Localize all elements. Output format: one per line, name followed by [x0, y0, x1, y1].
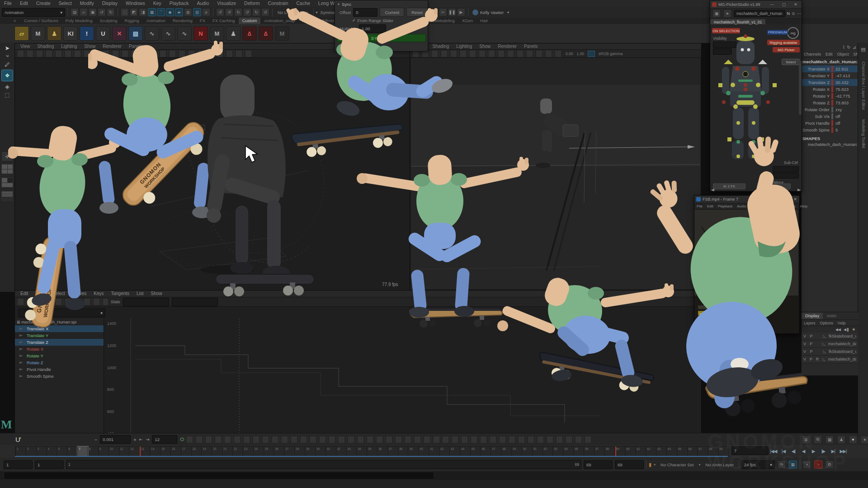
timeline-frame[interactable]: 38 [398, 446, 409, 456]
timeline-frame[interactable]: 33 [346, 446, 357, 456]
timeline-frame[interactable]: 18 [191, 446, 202, 456]
channel-value[interactable]: zxy [833, 107, 858, 112]
history-rotate-icon[interactable]: ↺ [243, 8, 251, 16]
timeline-frame[interactable]: 16 [170, 446, 181, 456]
viewport-menu-item[interactable]: Show [476, 43, 494, 49]
menu-item[interactable]: Display [98, 0, 122, 7]
channel-label[interactable]: Sub Vis [802, 114, 831, 119]
open-scene-icon[interactable]: ▱ [80, 8, 88, 16]
timeline-frame[interactable]: 45 [470, 446, 481, 456]
stats-field-1[interactable] [123, 298, 169, 306]
anim-start-field[interactable]: 1 [4, 460, 33, 469]
graph-icon[interactable]: ⊿ [853, 45, 856, 50]
shelf-tab[interactable]: Animation [143, 18, 169, 24]
lock-icon[interactable]: ⌀ [202, 8, 210, 16]
picker-more-icon[interactable]: ⋯ [797, 11, 801, 16]
menu-item[interactable]: Windows [122, 0, 149, 7]
shelf-tab[interactable]: FX [196, 18, 209, 24]
timeline-frame[interactable]: 14 [150, 446, 160, 456]
timeline-frame[interactable]: 42 [439, 446, 450, 456]
shelf-icon-person[interactable]: ♟ [226, 26, 241, 41]
shelf-icon-m2[interactable]: M [210, 26, 224, 41]
animbot-toolbar[interactable] [187, 436, 440, 443]
timeline-frame[interactable]: 20 [212, 446, 222, 456]
close-button[interactable]: ✕ [790, 1, 802, 8]
channel-label[interactable]: Rotate Z [802, 100, 831, 105]
shelf-tab[interactable]: Poly Modeling [62, 18, 96, 24]
new-scene-icon[interactable]: ▤ [71, 8, 79, 16]
menu-item[interactable]: Create [32, 0, 55, 7]
channel-box-object-name[interactable]: mechaMech_dash_Human:spine [802, 58, 858, 66]
timeline-frame[interactable]: 54 [563, 446, 574, 456]
timeline-frame[interactable]: 24 [253, 446, 264, 456]
menu-item[interactable]: Deform [240, 0, 264, 7]
graph-channel[interactable]: Translate Z [15, 339, 104, 346]
timeline-frame[interactable]: 8 [88, 446, 99, 456]
graph-editor-menu-item[interactable]: Show [147, 291, 166, 297]
color-space-label[interactable]: sRGB gamma [599, 52, 623, 56]
picker-namespace-field[interactable]: mechaMech_dash_Human [734, 10, 785, 17]
shelf-tab[interactable]: FX Caching [209, 18, 239, 24]
shelf-icon-u-tool[interactable]: U [96, 26, 110, 41]
timeline-frame[interactable]: 50 [522, 446, 533, 456]
frames-field[interactable]: 12 [152, 435, 177, 444]
shelf-icon-character[interactable]: ♟ [47, 26, 61, 41]
timeline-ticks[interactable]: 1234567891011121314151617181920212223242… [15, 446, 729, 457]
timeline-frame[interactable]: 17 [181, 446, 192, 456]
viewport-menu-item[interactable]: Lighting [57, 43, 80, 49]
timeline-frame[interactable]: 52 [542, 446, 553, 456]
history-input-icon[interactable]: ↺ [216, 8, 224, 16]
sidebar-toggle-icon[interactable]: ▤ [861, 47, 865, 52]
shelf-tab[interactable]: Hair [476, 18, 491, 24]
anim-end-field[interactable]: 69 [615, 460, 644, 469]
timeline-frame[interactable]: 10 [108, 446, 119, 456]
chevron-down-icon[interactable]: ▾ [654, 463, 656, 467]
channel-value[interactable]: off [833, 121, 858, 126]
paint-select-tool-icon[interactable]: 🖉 [5, 61, 10, 68]
redo-icon[interactable]: ↻ [107, 8, 115, 16]
anim-curve-icon[interactable]: ⌇ [843, 45, 845, 50]
picker-scrollbar[interactable] [799, 61, 802, 115]
shelf-icon-curve-b[interactable]: ∿ [161, 26, 175, 41]
decrement-icon[interactable]: − [94, 437, 97, 442]
shelf-tab[interactable]: Rigging [121, 18, 143, 24]
move-tool-icon[interactable]: ✥ [1, 70, 13, 81]
timeline-frame[interactable]: 21 [222, 446, 233, 456]
viewport-menu-item[interactable]: Renderer [494, 43, 520, 49]
timeline-frame[interactable]: 48 [501, 446, 512, 456]
channel-label[interactable]: Rotate Order [802, 107, 831, 112]
timeline-frame[interactable]: 39 [408, 446, 419, 456]
timeline-frame[interactable]: 19 [201, 446, 212, 456]
timeline-frame[interactable]: 4 [47, 446, 57, 456]
exposure-value[interactable]: 0.00 [566, 52, 573, 56]
timeline-frame[interactable]: 46 [480, 446, 491, 456]
minimize-button[interactable]: — [766, 1, 778, 8]
timeline-frame[interactable]: 12 [129, 446, 140, 456]
menu-item[interactable]: Cache [292, 0, 314, 7]
tab-channel-box[interactable]: Channel Box / Layer Editor [861, 61, 866, 110]
picker-refresh-icon[interactable]: ⊙ [792, 11, 795, 16]
menu-item[interactable]: Channels [802, 52, 823, 56]
menu-item[interactable]: Audio [193, 0, 213, 7]
command-input[interactable] [4, 472, 434, 479]
timeline-frame[interactable]: 22 [232, 446, 243, 456]
timeline-frame[interactable]: 44 [460, 446, 471, 456]
channel-box-row[interactable]: Translate Z30.432 [802, 79, 858, 86]
timeline-frame[interactable]: 49 [511, 446, 522, 456]
timeline-frame[interactable]: 31 [326, 446, 336, 456]
channel-box-row[interactable]: Rotate Z73.803 [802, 99, 858, 106]
timeline-frame[interactable]: 32 [336, 446, 347, 456]
channel-label[interactable]: Translate X [802, 66, 831, 71]
collapse-icon[interactable]: ▾ [338, 2, 340, 6]
gamma-value[interactable]: 1.00 [577, 52, 585, 56]
maximize-button[interactable]: ▢ [778, 1, 790, 8]
timeline-frame[interactable]: 41 [429, 446, 439, 456]
shelf-tab[interactable]: Sculpting [96, 18, 121, 24]
timeline-frame[interactable]: 47 [491, 446, 501, 456]
timeline-frame[interactable]: 11 [119, 446, 130, 456]
channel-value[interactable]: off [833, 114, 858, 119]
viewport-menu-item[interactable]: Shading [34, 43, 58, 49]
timeline-frame[interactable]: 37 [387, 446, 398, 456]
picker-n-icon[interactable]: N [787, 11, 790, 16]
channel-value[interactable]: -42.775 [833, 94, 858, 99]
